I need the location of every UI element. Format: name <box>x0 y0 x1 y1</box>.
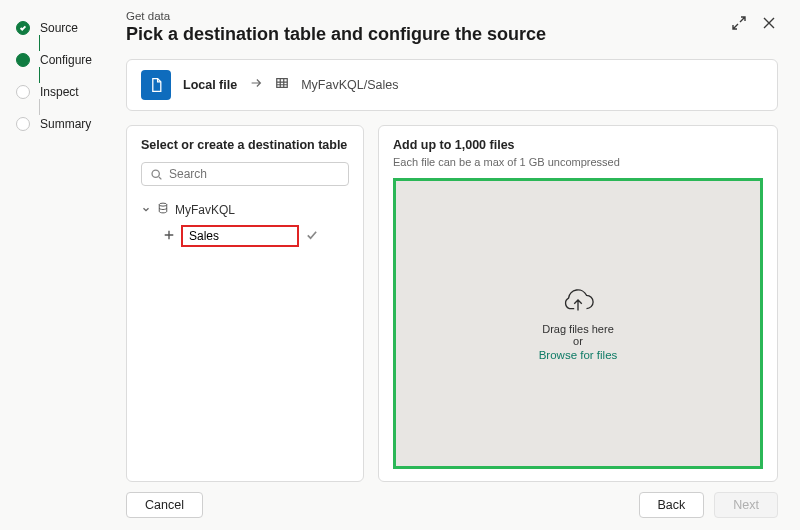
step-label: Summary <box>40 117 91 131</box>
next-button: Next <box>714 492 778 518</box>
search-input-wrapper[interactable] <box>141 162 349 186</box>
cloud-upload-icon <box>561 287 595 319</box>
source-label: Local file <box>183 78 237 92</box>
step-source[interactable]: Source <box>16 14 112 42</box>
step-configure[interactable]: Configure <box>16 46 112 74</box>
destination-tree: MyFavKQL <box>141 200 349 247</box>
table-icon <box>275 76 289 94</box>
expand-icon[interactable] <box>730 14 748 32</box>
step-active-dot-icon <box>16 53 30 67</box>
tree-db-label: MyFavKQL <box>175 203 235 217</box>
close-icon[interactable] <box>760 14 778 32</box>
database-icon <box>157 202 169 217</box>
plus-icon[interactable] <box>163 229 175 244</box>
step-dot-icon <box>16 117 30 131</box>
file-drop-zone[interactable]: Drag files here or Browse for files <box>393 178 763 469</box>
check-icon <box>16 21 30 35</box>
destination-breadcrumb: MyFavKQL/Sales <box>301 78 398 92</box>
step-inspect[interactable]: Inspect <box>16 78 112 106</box>
browse-files-link[interactable]: Browse for files <box>539 349 618 361</box>
chevron-down-icon <box>141 203 151 217</box>
cancel-button[interactable]: Cancel <box>126 492 203 518</box>
eyebrow-title: Get data <box>126 10 546 22</box>
files-pane: Add up to 1,000 files Each file can be a… <box>378 125 778 482</box>
source-summary-card: Local file MyFavKQL/Sales <box>126 59 778 111</box>
files-pane-subtitle: Each file can be a max of 1 GB uncompres… <box>393 156 763 168</box>
step-label: Source <box>40 21 78 35</box>
files-pane-title: Add up to 1,000 files <box>393 138 763 152</box>
destination-pane: Select or create a destination table MyF… <box>126 125 364 482</box>
step-label: Inspect <box>40 85 79 99</box>
svg-point-2 <box>159 203 167 206</box>
tree-new-table-row[interactable] <box>163 225 349 247</box>
drop-or: or <box>573 335 583 347</box>
drop-text: Drag files here <box>542 323 614 335</box>
search-icon <box>150 168 163 181</box>
tree-db-row[interactable]: MyFavKQL <box>141 200 349 219</box>
back-button[interactable]: Back <box>639 492 705 518</box>
svg-rect-0 <box>277 79 288 88</box>
step-label: Configure <box>40 53 92 67</box>
new-table-name-input[interactable] <box>181 225 299 247</box>
step-summary[interactable]: Summary <box>16 110 112 138</box>
confirm-check-icon[interactable] <box>305 228 318 244</box>
wizard-stepper: Source Configure Inspect Summary <box>0 0 120 530</box>
page-title: Pick a destination table and configure t… <box>126 24 546 45</box>
svg-point-1 <box>152 170 159 177</box>
step-dot-icon <box>16 85 30 99</box>
arrow-right-icon <box>249 76 263 94</box>
file-icon <box>141 70 171 100</box>
search-input[interactable] <box>169 167 340 181</box>
destination-pane-title: Select or create a destination table <box>141 138 349 152</box>
